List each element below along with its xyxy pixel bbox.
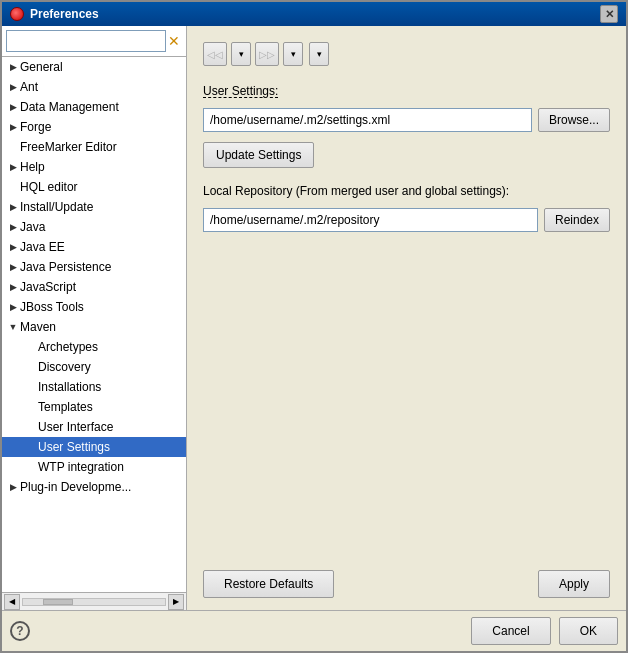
clear-search-button[interactable]: ✕ bbox=[166, 31, 182, 51]
tree-item-jboss-tools[interactable]: ▶ JBoss Tools bbox=[2, 297, 186, 317]
user-settings-input[interactable] bbox=[203, 108, 532, 132]
expand-arrow-javascript: ▶ bbox=[6, 280, 20, 294]
title-bar: Preferences ✕ bbox=[2, 2, 626, 26]
tree-label-forge: Forge bbox=[20, 120, 51, 134]
user-settings-label: User Settings: bbox=[203, 84, 610, 98]
search-input[interactable] bbox=[6, 30, 166, 52]
expand-arrow-ant: ▶ bbox=[6, 80, 20, 94]
tree-label-maven: Maven bbox=[20, 320, 56, 334]
apply-button[interactable]: Apply bbox=[538, 570, 610, 598]
forward-button[interactable]: ▷▷ bbox=[255, 42, 279, 66]
expand-arrow-help: ▶ bbox=[6, 160, 20, 174]
tree-item-install-update[interactable]: ▶ Install/Update bbox=[2, 197, 186, 217]
tree-item-forge[interactable]: ▶ Forge bbox=[2, 117, 186, 137]
ok-button[interactable]: OK bbox=[559, 617, 618, 645]
tree-item-data-management[interactable]: ▶ Data Management bbox=[2, 97, 186, 117]
tree-label-wtp-integration: WTP integration bbox=[38, 460, 124, 474]
help-button[interactable]: ? bbox=[10, 621, 30, 641]
local-repo-label: Local Repository (From merged user and g… bbox=[203, 184, 610, 198]
expand-arrow-maven: ▼ bbox=[6, 320, 20, 334]
search-bar: ✕ bbox=[2, 26, 186, 57]
tree-label-java-persistence: Java Persistence bbox=[20, 260, 111, 274]
tree-item-java-ee[interactable]: ▶ Java EE bbox=[2, 237, 186, 257]
preferences-window: Preferences ✕ ✕ ▶ General ▶ Ant bbox=[0, 0, 628, 653]
tree-label-hql: HQL editor bbox=[20, 180, 78, 194]
tree-item-archetypes[interactable]: Archetypes bbox=[2, 337, 186, 357]
tree-item-java-persistence[interactable]: ▶ Java Persistence bbox=[2, 257, 186, 277]
tree-label-install: Install/Update bbox=[20, 200, 93, 214]
cancel-button[interactable]: Cancel bbox=[471, 617, 550, 645]
tree-item-general[interactable]: ▶ General bbox=[2, 57, 186, 77]
expand-arrow-general: ▶ bbox=[6, 60, 20, 74]
tree-item-hql[interactable]: ▶ HQL editor bbox=[2, 177, 186, 197]
scroll-right-button[interactable]: ▶ bbox=[168, 594, 184, 610]
reindex-button[interactable]: Reindex bbox=[544, 208, 610, 232]
tree-item-freemarker[interactable]: ▶ FreeMarker Editor bbox=[2, 137, 186, 157]
forward-dropdown-icon: ▾ bbox=[291, 49, 296, 59]
tree-item-templates[interactable]: Templates bbox=[2, 397, 186, 417]
restore-defaults-button[interactable]: Restore Defaults bbox=[203, 570, 334, 598]
close-button[interactable]: ✕ bbox=[600, 5, 618, 23]
expand-arrow-install: ▶ bbox=[6, 200, 20, 214]
tree-label-data-management: Data Management bbox=[20, 100, 119, 114]
expand-arrow-java: ▶ bbox=[6, 220, 20, 234]
back-button[interactable]: ◁◁ bbox=[203, 42, 227, 66]
expand-arrow-java-ee: ▶ bbox=[6, 240, 20, 254]
tree-item-javascript[interactable]: ▶ JavaScript bbox=[2, 277, 186, 297]
expand-arrow-data-management: ▶ bbox=[6, 100, 20, 114]
tree-label-templates: Templates bbox=[38, 400, 93, 414]
tree-item-help[interactable]: ▶ Help bbox=[2, 157, 186, 177]
local-repo-input[interactable] bbox=[203, 208, 538, 232]
footer: ? Cancel OK bbox=[2, 610, 626, 651]
local-repo-row: Reindex bbox=[203, 208, 610, 232]
scroll-track[interactable] bbox=[22, 598, 166, 606]
tree-item-ant[interactable]: ▶ Ant bbox=[2, 77, 186, 97]
left-panel: ✕ ▶ General ▶ Ant ▶ Data Management bbox=[2, 26, 187, 610]
tree-item-plugin-development[interactable]: ▶ Plug-in Developme... bbox=[2, 477, 186, 497]
tree-label-java-ee: Java EE bbox=[20, 240, 65, 254]
tree-container[interactable]: ▶ General ▶ Ant ▶ Data Management ▶ Forg… bbox=[2, 57, 186, 592]
spacer-hql: ▶ bbox=[6, 180, 20, 194]
tree-label-general: General bbox=[20, 60, 63, 74]
horizontal-scrollbar[interactable]: ◀ ▶ bbox=[2, 592, 186, 610]
expand-arrow-forge: ▶ bbox=[6, 120, 20, 134]
spacer-freemarker: ▶ bbox=[6, 140, 20, 154]
spacer bbox=[203, 242, 610, 552]
app-icon bbox=[10, 7, 24, 21]
browse-button[interactable]: Browse... bbox=[538, 108, 610, 132]
expand-arrow-jboss: ▶ bbox=[6, 300, 20, 314]
view-dropdown-icon: ▾ bbox=[317, 49, 322, 59]
update-settings-button[interactable]: Update Settings bbox=[203, 142, 314, 168]
tree-item-installations[interactable]: Installations bbox=[2, 377, 186, 397]
scroll-left-button[interactable]: ◀ bbox=[4, 594, 20, 610]
forward-dropdown-button[interactable]: ▾ bbox=[283, 42, 303, 66]
local-repo-label-text: Local Repository (From merged user and g… bbox=[203, 184, 509, 198]
right-panel: ◁◁ ▾ ▷▷ ▾ ▾ User Settings: bbox=[187, 26, 626, 610]
tree-label-user-settings: User Settings bbox=[38, 440, 110, 454]
update-settings-row: Update Settings bbox=[203, 142, 610, 168]
view-dropdown-button[interactable]: ▾ bbox=[309, 42, 329, 66]
tree-item-user-interface[interactable]: User Interface bbox=[2, 417, 186, 437]
back-dropdown-icon: ▾ bbox=[239, 49, 244, 59]
toolbar-row: ◁◁ ▾ ▷▷ ▾ ▾ bbox=[203, 38, 610, 70]
tree-label-javascript: JavaScript bbox=[20, 280, 76, 294]
tree-label-archetypes: Archetypes bbox=[38, 340, 98, 354]
tree-label-discovery: Discovery bbox=[38, 360, 91, 374]
user-settings-row: Browse... bbox=[203, 108, 610, 132]
tree-item-user-settings[interactable]: User Settings bbox=[2, 437, 186, 457]
scroll-thumb[interactable] bbox=[43, 599, 73, 605]
expand-arrow-plugin: ▶ bbox=[6, 480, 20, 494]
window-title: Preferences bbox=[30, 7, 99, 21]
tree-item-discovery[interactable]: Discovery bbox=[2, 357, 186, 377]
tree-label-freemarker: FreeMarker Editor bbox=[20, 140, 117, 154]
tree-label-user-interface: User Interface bbox=[38, 420, 113, 434]
back-dropdown-button[interactable]: ▾ bbox=[231, 42, 251, 66]
restore-apply-row: Restore Defaults Apply bbox=[203, 562, 610, 598]
tree-item-wtp-integration[interactable]: WTP integration bbox=[2, 457, 186, 477]
user-settings-label-text: User Settings: bbox=[203, 84, 278, 98]
tree-item-maven[interactable]: ▼ Maven bbox=[2, 317, 186, 337]
tree-label-installations: Installations bbox=[38, 380, 101, 394]
back-icon: ◁◁ bbox=[207, 49, 223, 60]
tree-label-plugin: Plug-in Developme... bbox=[20, 480, 131, 494]
tree-item-java[interactable]: ▶ Java bbox=[2, 217, 186, 237]
